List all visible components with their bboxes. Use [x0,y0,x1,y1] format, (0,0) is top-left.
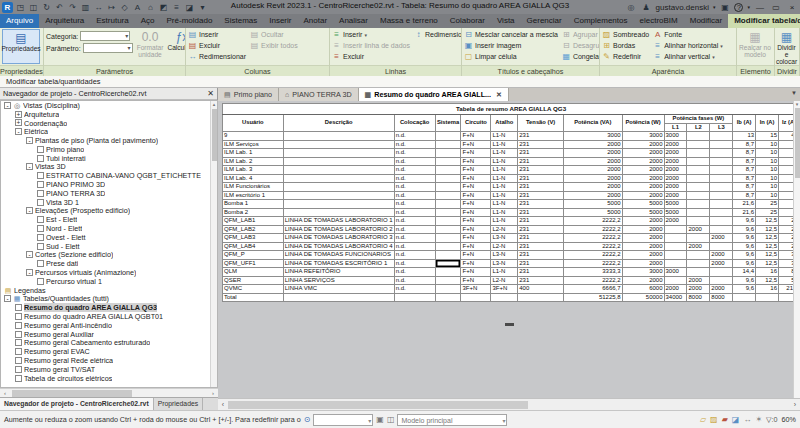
cell[interactable]: 231 [518,242,564,251]
cell[interactable]: F+N [461,276,491,285]
collapse-icon[interactable]: - [4,295,11,302]
cell[interactable] [710,217,733,226]
section-icon[interactable]: ◩ [158,2,169,13]
cell[interactable]: F+N [461,225,491,234]
cell[interactable]: n.d. [394,157,435,166]
view-tab-piano-terra-3d[interactable]: ⌂PIANO TERRA 3D [279,88,359,101]
cell[interactable]: F+N [461,242,491,251]
cell[interactable]: L1-N [491,132,518,141]
cell[interactable]: 9,6 [733,251,756,260]
cell[interactable]: 2000 [622,225,664,234]
cell[interactable] [710,200,733,209]
cell[interactable] [435,259,461,268]
cell[interactable]: 2000 [664,149,687,158]
tree-item-percurso-virtual-1[interactable]: Percurso virtual 1 [1,277,217,286]
filter-icon[interactable]: ▽:0 [766,415,778,424]
ribbon-tab-colaborar[interactable]: Colaborar [444,14,491,28]
cell[interactable]: 12,5 [756,225,779,234]
select-links-toggle-icon[interactable]: ▱ [700,415,706,425]
column-header-pot-ncia-fases-w[interactable]: Potência fases (W) [664,115,733,124]
cell[interactable]: 12,5 [756,242,779,251]
cell[interactable] [283,174,394,183]
cell[interactable] [710,140,733,149]
cell[interactable]: n.d. [394,268,435,277]
cell[interactable]: 2000 [687,285,710,294]
cell[interactable] [435,208,461,217]
resize-row-button[interactable]: ↕Redimensionar [414,29,461,40]
cell[interactable] [710,276,733,285]
cell[interactable]: L1-N [491,157,518,166]
cell[interactable]: 2000 [710,234,733,243]
tree-item-arquitetura[interactable]: +Arquitetura [1,110,217,119]
cell[interactable]: 12,5 [756,234,779,243]
tree-item-resumo-geral-auxiliar[interactable]: Resumo geral Auxiliar [1,330,217,339]
editable-only-icon[interactable]: ▣ [376,415,384,425]
cell[interactable] [435,268,461,277]
default-3d-view-icon[interactable]: ⌂ [145,2,156,13]
collapse-icon[interactable]: - [26,163,33,170]
cell[interactable]: 2000 [622,259,664,268]
cell[interactable]: L3-N [491,251,518,260]
cell[interactable]: 2000 [622,251,664,260]
cell[interactable]: 2000 [563,166,622,175]
cell[interactable]: 2222,2 [563,225,622,234]
cell[interactable]: 12,5 [756,259,779,268]
search-icon[interactable]: ◎ [626,2,637,13]
tree-item-piano-terra-3d[interactable]: PIANO TERRA 3D [1,189,217,198]
ribbon-tab-pr-moldado[interactable]: Pré-moldado [161,14,219,28]
cell[interactable]: n.d. [394,132,435,141]
scroll-left-icon[interactable]: ‹ [218,401,228,408]
tree-item-coordena-o[interactable]: +Coordenação [1,119,217,128]
resize-column-button[interactable]: ↔Redimensionar [188,51,246,62]
cell[interactable] [710,132,733,141]
cell[interactable] [687,174,710,183]
cell[interactable]: 8,7 [733,191,756,200]
close-button[interactable]: × [786,3,798,12]
cell[interactable]: 6666,7 [563,285,622,294]
scroll-right-icon[interactable]: › [208,390,218,396]
cell[interactable] [283,208,394,217]
insert-row-button[interactable]: ≡Inserir▾ [332,29,410,40]
view-tab-resumo-do-quadro-area-giall[interactable]: ▦Resumo do quadro AREA GIALL...✕ [359,88,509,101]
cell[interactable]: 231 [518,174,564,183]
cell[interactable]: n.d. [394,174,435,183]
tree-item-resumo-geral-evac[interactable]: Resumo geral EVAC [1,347,217,356]
tree-item-vistas-3d[interactable]: -Vistas 3D [1,163,217,172]
cell[interactable]: 231 [518,259,564,268]
cell[interactable]: 2000 [622,140,664,149]
cell[interactable]: 231 [518,251,564,260]
cell[interactable] [687,251,710,260]
cell[interactable]: 2000 [710,251,733,260]
cell[interactable]: Total [223,293,284,302]
view-vertical-scrollbar[interactable]: ▾ [793,101,800,398]
tree-item-vistas-disciplina[interactable]: -◎Vistas (Disciplina) [1,101,217,110]
cell[interactable]: 2000 [622,234,664,243]
cell[interactable]: L3-N [491,234,518,243]
collapse-icon[interactable]: - [26,251,33,258]
cell[interactable] [687,259,710,268]
cell[interactable]: 2000 [622,149,664,158]
tag-icon[interactable]: ◇ [119,2,130,13]
worksets-icon[interactable]: ⊙ [304,415,311,425]
cell[interactable]: 2000 [687,276,710,285]
cell[interactable]: L1-N [491,268,518,277]
cell[interactable]: n.d. [394,251,435,260]
column-header-l1[interactable]: L1 [664,123,687,132]
freeze-header-button[interactable]: ▦Congelar cabeçalho [562,51,599,62]
design-options-dropdown[interactable]: Modelo principal [397,414,507,426]
cell[interactable] [687,157,710,166]
cell[interactable] [710,166,733,175]
cell[interactable]: 5000 [622,208,664,217]
cell[interactable] [710,208,733,217]
tree-horizontal-scrollbar[interactable]: ‹ › [0,388,218,397]
cell[interactable]: L2-N [491,225,518,234]
cell[interactable]: L1-N [491,208,518,217]
cell[interactable]: 2000 [563,191,622,200]
cell[interactable] [435,149,461,158]
tree-item-resumo-do-quadro-area-gialla-qg3[interactable]: Resumo do quadro AREA GIALLA QG3 [1,303,217,312]
cell[interactable]: 10 [756,149,779,158]
cell[interactable]: LINHA DE TOMADAS LABORATORIO 1 [283,217,394,226]
thin-lines-icon[interactable]: ≡ [171,2,182,13]
font-button[interactable]: AFonte [653,29,723,40]
cell[interactable]: 2000 [563,183,622,192]
